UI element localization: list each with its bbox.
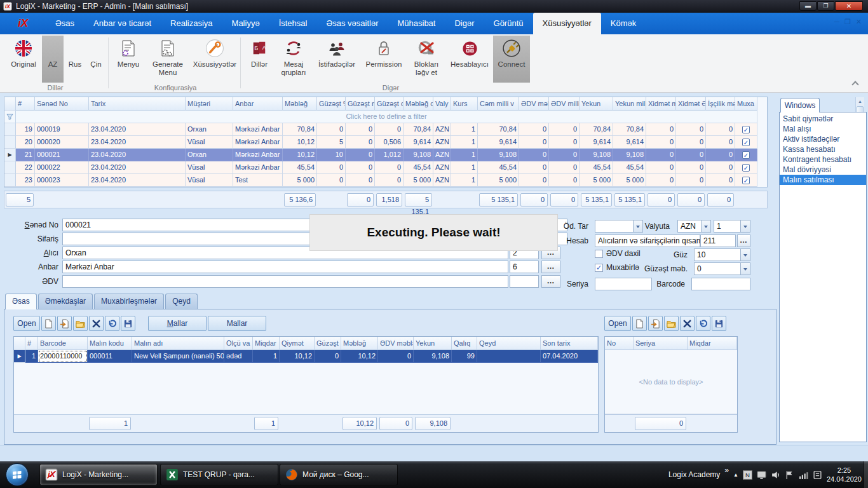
column-header[interactable]: Malın kodu [88, 337, 132, 350]
grid-cell[interactable]: 000021 [35, 149, 89, 161]
menyu-button[interactable]: Menyu [112, 36, 145, 83]
edit-row-button[interactable] [57, 316, 72, 331]
window-item-malin-satilmasi[interactable]: Malın satılması [780, 175, 866, 185]
column-header[interactable]: Yekun mill [613, 97, 646, 111]
grid-cell[interactable]: 0 [706, 136, 735, 149]
menu-tab-komek[interactable]: Kömək [601, 13, 646, 34]
column-header[interactable]: Xidmət ƏD [676, 97, 706, 111]
row-checkbox[interactable]: ✓ [742, 164, 750, 172]
grid-cell[interactable]: 0 [375, 161, 403, 174]
window-item-kassa-hesabati[interactable]: Kassa hesabatı [780, 144, 866, 154]
taskbar-task-logix[interactable]: iX LogiX - Marketing... [39, 464, 158, 485]
grid-cell[interactable]: Vüsal [186, 136, 233, 149]
grid-cell[interactable]: 9,108 [613, 149, 646, 161]
grid-cell[interactable]: 0 [346, 149, 375, 161]
grid-cell[interactable]: Mərkəzi Anbar [233, 149, 283, 161]
grid-cell[interactable]: 9,108 [580, 149, 613, 161]
action-center-icon[interactable] [813, 470, 822, 480]
row-checkbox[interactable]: ✓ [742, 177, 750, 184]
grid-filter-row[interactable]: Click here to define a filter [4, 111, 757, 123]
grid-cell[interactable]: AZN [433, 174, 451, 187]
column-header[interactable]: ƏDV məbl [519, 97, 549, 111]
grid-cell[interactable]: 0 [706, 149, 735, 161]
anbar-code-input[interactable]: 6 [510, 261, 539, 273]
grid-cell[interactable]: 23.04.2020 [89, 174, 186, 187]
open-folder-button[interactable] [664, 316, 679, 331]
anbar-input[interactable]: Mərkəzi Anbar [62, 261, 508, 273]
grid-cell[interactable]: 0 [346, 174, 375, 187]
network-icon[interactable] [799, 470, 808, 480]
menu-tab-xususiyyetler[interactable]: Xüsusiyyətlər [533, 13, 601, 34]
mdi-window-controls[interactable]: ─❐✕ [834, 18, 862, 26]
grid-row[interactable]: 2300002323.04.2020VüsalTest5 0000005 000… [4, 174, 757, 187]
grid-cell[interactable]: 9,614 [478, 136, 519, 149]
grid-cell[interactable]: 000011 [88, 350, 132, 363]
grid-cell[interactable]: 19 [16, 123, 35, 136]
grid-cell[interactable]: 45,54 [283, 161, 317, 174]
mallar-button-1[interactable]: Mallar [148, 316, 207, 331]
grid-cell[interactable]: 5 [317, 136, 346, 149]
grid-cell[interactable]: 1 [451, 161, 478, 174]
grid-cell[interactable]: 10,12 [283, 149, 317, 161]
column-header[interactable]: Güzəşt % [317, 97, 346, 111]
permission-button[interactable]: Permission [361, 36, 407, 83]
grid-cell[interactable]: 0 [519, 149, 549, 161]
grid-cell[interactable]: 45,54 [613, 161, 646, 174]
menu-tab-istehsal[interactable]: İstehsal [269, 13, 317, 34]
grid-cell[interactable]: Mərkəzi Anbar [233, 136, 283, 149]
grid-cell[interactable]: Mərkəzi Anbar [233, 123, 283, 136]
maximize-button[interactable]: ❐ [817, 1, 834, 11]
open-button[interactable]: Open [604, 316, 631, 331]
grid-cell[interactable]: 45,54 [403, 161, 433, 174]
grid-cell[interactable]: 1 [451, 136, 478, 149]
grid-cell[interactable]: 0 [519, 123, 549, 136]
muxabirle-checkbox[interactable]: ✓ [595, 264, 603, 272]
grid-cell[interactable]: 0 [706, 123, 735, 136]
cin-language-button[interactable]: Çin [86, 36, 105, 83]
grid-cell[interactable]: 70,84 [580, 123, 613, 136]
grid-cell[interactable]: 1 [25, 350, 38, 363]
open-folder-button[interactable] [73, 316, 88, 331]
edit-row-button[interactable] [648, 316, 663, 331]
grid-cell[interactable]: Mərkəzi Anbar [233, 161, 283, 174]
undo-button[interactable] [696, 316, 710, 331]
grid-cell[interactable]: 0 [519, 136, 549, 149]
column-header[interactable]: Sənəd No [35, 97, 89, 111]
column-header[interactable]: # [16, 97, 35, 111]
new-row-button[interactable] [632, 316, 647, 331]
minimize-button[interactable]: ▬ [799, 1, 817, 11]
window-item-aktiv-istifadeciler[interactable]: Aktiv istifadəçilər [780, 134, 866, 144]
show-desktop-button[interactable] [864, 461, 868, 488]
istifadeciler-button[interactable]: İstifadəçilər [313, 36, 361, 83]
grid-cell[interactable]: 9,614 [580, 136, 613, 149]
tab-esas[interactable]: Əsas [5, 294, 37, 309]
grid-cell[interactable]: 0 [317, 174, 346, 187]
column-header[interactable]: İşçilik məb [706, 97, 735, 111]
grid-cell[interactable]: 23.04.2020 [89, 123, 186, 136]
column-header[interactable]: Anbar [233, 97, 283, 111]
grid-cell[interactable]: Orxan [186, 149, 233, 161]
tab-muxabirlesmeler[interactable]: Muxabirləşmələr [94, 294, 164, 309]
menu-tab-vesaitler[interactable]: Əsas vəsaitlər [316, 13, 388, 34]
grid-cell[interactable]: 0 [549, 174, 580, 187]
logix-logo-icon[interactable]: iX [0, 13, 46, 34]
connect-button[interactable]: Connect [493, 36, 530, 83]
diller-button[interactable]: БA Dillər [244, 36, 275, 83]
volume-icon[interactable] [771, 470, 780, 480]
column-header[interactable]: Məbləğ [283, 97, 317, 111]
row-checkbox[interactable]: ✓ [742, 126, 750, 133]
grid-cell[interactable]: 99 [452, 350, 477, 363]
grid-cell[interactable]: 1 [253, 350, 280, 363]
column-header[interactable]: Məbləğ cə [403, 97, 433, 111]
kurs-combo[interactable]: 1 [714, 220, 750, 233]
grid-row[interactable]: ▶2100002123.04.2020OrxanMərkəzi Anbar10,… [4, 149, 757, 161]
grid-cell[interactable]: 20000110000 [38, 350, 88, 363]
grid-cell[interactable]: 5 000 [478, 174, 519, 187]
grid-cell[interactable]: 10,12 [280, 350, 315, 363]
grid-cell[interactable]: 0 [706, 161, 735, 174]
grid-row[interactable]: ▶120000110000000011New Vell Şampun (nanə… [14, 350, 598, 363]
grid-cell[interactable]: 0 [346, 136, 375, 149]
column-header[interactable]: ƏDV milli v [549, 97, 580, 111]
grid-cell[interactable]: 0,506 [375, 136, 403, 149]
close-button[interactable]: ✕ [835, 1, 863, 11]
